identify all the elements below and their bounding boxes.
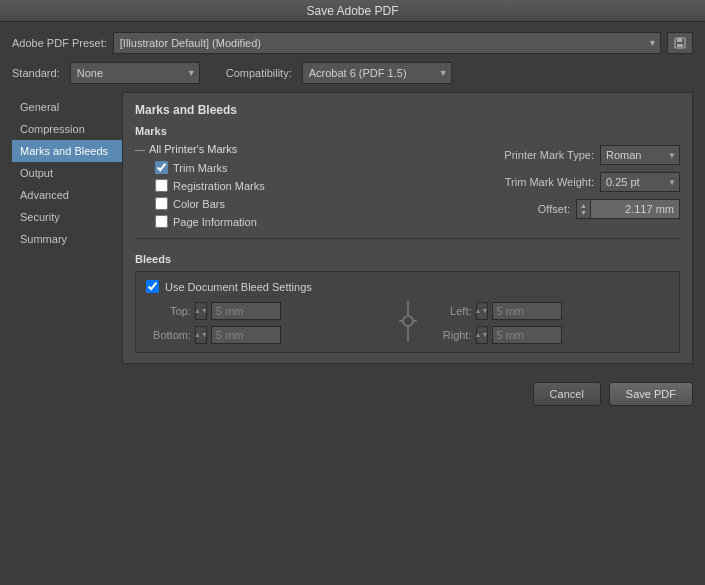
page-info-label: Page Information [173,216,257,228]
bleed-fields-container: Top: ▲▼ Bottom: ▲▼ [146,301,669,344]
all-printers-marks-row: — All Printer's Marks [135,143,460,155]
bleeds-title: Bleeds [135,253,680,265]
trim-mark-weight-dropdown-wrap: 0.125 pt0.25 pt0.50 pt ▼ [600,172,680,192]
bleed-top-label: Top: [146,305,191,317]
trim-marks-row: Trim Marks [155,161,460,174]
bleed-top-row: Top: ▲▼ [146,302,389,320]
preset-dropdown[interactable]: [Illustrator Default] (Modified) [113,32,661,54]
standard-dropdown[interactable]: NonePDF/X-1aPDF/X-3PDF/X-4 [70,62,200,84]
marks-section: Marks — All Printer's Marks Trim [135,125,680,228]
standard-dropdown-wrap: NonePDF/X-1aPDF/X-3PDF/X-4 ▼ [70,62,200,84]
bleed-right-spinner[interactable]: ▲▼ [476,326,488,344]
offset-row: Offset: ▲ ▼ [460,199,680,219]
printer-mark-type-row: Printer Mark Type: RomanJapanese ▼ [460,145,680,165]
bleed-right-column: Left: ▲▼ Right: ▲▼ [427,302,670,344]
title-bar: Save Adobe PDF [0,0,705,22]
svg-rect-1 [677,38,682,42]
use-document-bleed-label: Use Document Bleed Settings [165,281,312,293]
svg-point-3 [403,316,413,326]
offset-spinner-wrap: ▲ ▼ [576,199,680,219]
use-document-bleed-checkbox[interactable] [146,280,159,293]
sidebar-item-summary[interactable]: Summary [12,228,122,250]
sidebar: General Compression Marks and Bleeds Out… [12,92,122,364]
color-bars-label: Color Bars [173,198,225,210]
offset-input[interactable] [590,199,680,219]
compatibility-dropdown[interactable]: Acrobat 4 (PDF 1.3)Acrobat 5 (PDF 1.4)Ac… [302,62,452,84]
preset-save-icon[interactable] [667,32,693,54]
main-panel: Marks and Bleeds Marks — All Printer's M… [122,92,693,364]
page-info-row: Page Information [155,215,460,228]
bleed-bottom-label: Bottom: [146,329,191,341]
trim-marks-label: Trim Marks [173,162,228,174]
bleed-left-row: Left: ▲▼ [427,302,670,320]
bleed-left-input[interactable] [492,302,562,320]
content-area: General Compression Marks and Bleeds Out… [12,92,693,364]
bottom-bar: Cancel Save PDF [0,374,705,414]
save-pdf-button[interactable]: Save PDF [609,382,693,406]
all-printers-marks-label: All Printer's Marks [149,143,237,155]
divider [135,238,680,239]
bleed-top-spinner[interactable]: ▲▼ [195,302,207,320]
sidebar-item-output[interactable]: Output [12,162,122,184]
dialog-title: Save Adobe PDF [306,4,398,18]
sidebar-item-advanced[interactable]: Advanced [12,184,122,206]
cancel-button[interactable]: Cancel [533,382,601,406]
standard-label: Standard: [12,67,60,79]
trim-marks-check-wrap: Trim Marks [155,161,228,174]
page-info-check-wrap: Page Information [155,215,257,228]
registration-marks-label: Registration Marks [173,180,265,192]
panel-title: Marks and Bleeds [135,103,680,117]
compatibility-label: Compatibility: [226,67,292,79]
standard-row: Standard: NonePDF/X-1aPDF/X-3PDF/X-4 ▼ C… [12,62,693,84]
printer-mark-type-dropdown[interactable]: RomanJapanese [600,145,680,165]
bleed-left-label: Left: [427,305,472,317]
compatibility-dropdown-wrap: Acrobat 4 (PDF 1.3)Acrobat 5 (PDF 1.4)Ac… [302,62,452,84]
bleed-bottom-row: Bottom: ▲▼ [146,326,389,344]
bleed-bottom-input[interactable] [211,326,281,344]
sidebar-item-general[interactable]: General [12,96,122,118]
printer-mark-type-label: Printer Mark Type: [460,149,594,161]
trim-mark-weight-label: Trim Mark Weight: [460,176,594,188]
sidebar-item-security[interactable]: Security [12,206,122,228]
trim-marks-checkbox[interactable] [155,161,168,174]
preset-dropdown-wrap: [Illustrator Default] (Modified) ▼ [113,32,661,54]
preset-row: Adobe PDF Preset: [Illustrator Default] … [12,32,693,54]
bleed-right-input[interactable] [492,326,562,344]
bleed-left-spinner[interactable]: ▲▼ [476,302,488,320]
offset-spinner-btn[interactable]: ▲ ▼ [576,199,590,219]
marks-title: Marks [135,125,680,137]
use-document-bleed-row: Use Document Bleed Settings [146,280,669,293]
marks-list: Trim Marks Registration Marks [155,161,460,228]
sidebar-item-compression[interactable]: Compression [12,118,122,140]
color-bars-checkbox[interactable] [155,197,168,210]
bleed-top-input[interactable] [211,302,281,320]
offset-label: Offset: [460,203,570,215]
registration-marks-row: Registration Marks [155,179,460,192]
bleed-bottom-spinner[interactable]: ▲▼ [195,326,207,344]
link-icon [399,301,417,344]
color-bars-check-wrap: Color Bars [155,197,225,210]
page-info-checkbox[interactable] [155,215,168,228]
bleed-left-column: Top: ▲▼ Bottom: ▲▼ [146,302,389,344]
trim-mark-weight-dropdown[interactable]: 0.125 pt0.25 pt0.50 pt [600,172,680,192]
marks-right: Printer Mark Type: RomanJapanese ▼ Trim … [460,143,680,228]
color-bars-row: Color Bars [155,197,460,210]
trim-mark-weight-row: Trim Mark Weight: 0.125 pt0.25 pt0.50 pt… [460,172,680,192]
bleed-right-row: Right: ▲▼ [427,326,670,344]
printer-mark-type-dropdown-wrap: RomanJapanese ▼ [600,145,680,165]
dialog-body: Adobe PDF Preset: [Illustrator Default] … [0,22,705,374]
preset-label: Adobe PDF Preset: [12,37,107,49]
marks-and-controls: — All Printer's Marks Trim Marks [135,143,680,228]
registration-marks-check-wrap: Registration Marks [155,179,265,192]
sidebar-item-marks-and-bleeds[interactable]: Marks and Bleeds [12,140,122,162]
bleed-right-label: Right: [427,329,472,341]
svg-rect-2 [677,44,683,47]
bleeds-section: Bleeds Use Document Bleed Settings Top: … [135,253,680,353]
marks-left: — All Printer's Marks Trim Marks [135,143,460,228]
bleeds-inner: Use Document Bleed Settings Top: ▲▼ Bott… [135,271,680,353]
collapse-icon: — [135,144,145,155]
registration-marks-checkbox[interactable] [155,179,168,192]
